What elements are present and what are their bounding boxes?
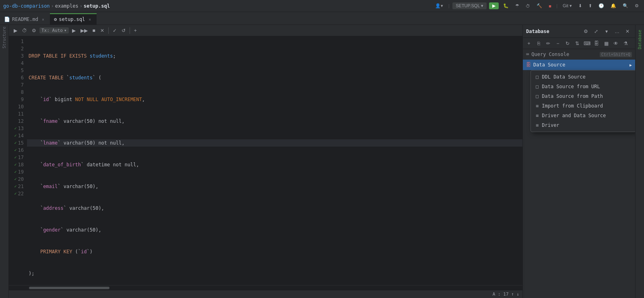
database-vert-tab[interactable]: Database [636,27,643,52]
driver-ds-label: Driver and Data Source [542,113,606,118]
setup-sql-close-button[interactable]: × [87,17,93,22]
tab-readme[interactable]: 📄 README.md × [0,13,50,25]
ds-url-icon: □ [536,84,539,89]
ds-path-label: Data Source from Path [542,93,603,99]
code-line-7: `email` varchar(50), [27,183,522,190]
readme-close-button[interactable]: × [40,17,46,22]
db-edit-btn[interactable]: ✏ [544,39,553,48]
git-button[interactable]: Git ▾ [561,2,574,9]
git-push-button[interactable]: ⬆ [586,2,594,9]
line-num-7: 7 [9,81,24,89]
db-sync-btn[interactable]: ⇅ [573,39,582,48]
cancel-btn[interactable]: ✕ [99,27,106,34]
line-num-6: 6 [9,74,24,81]
position-indicator: A : 17 ↑ ↓ [9,290,522,298]
run-file-btn2[interactable]: ⏱ [21,27,29,34]
run-button[interactable]: ▶ [489,2,499,9]
notifications-button[interactable]: 🔔 [609,2,618,9]
code-line-11: ); [27,270,522,277]
datasource-dropdown: □ DDL Data Source □ Data Source from URL… [530,70,635,132]
user-icon[interactable]: 👤▾ [433,2,445,9]
vertical-tabs: Database [635,25,644,298]
import-clipboard-item[interactable]: ≡ Import from Clipboard [531,101,635,111]
datasource-active-item[interactable]: 🗄 Data Source ▶ [523,60,635,70]
query-console-item[interactable]: ⌨ Query Console Ctrl+Shift+Q [523,49,635,60]
db-view-btn[interactable]: 👁 [611,39,620,48]
tx-selector[interactable]: Tx: Auto ▾ [39,27,69,33]
git-pull-button[interactable]: ⬇ [576,2,584,9]
line-num-3: 3 [9,52,24,60]
debug-button[interactable]: 🐛 [501,2,511,9]
code-line-3: `id` bigint NOT NULL AUTO_INCREMENT, [27,96,522,103]
settings-btn2[interactable]: ⚙ [30,27,38,34]
profile-button[interactable]: ⏱ [524,3,532,9]
history-button[interactable]: 🕐 [597,2,606,9]
db-close-btn[interactable]: ✕ [623,27,632,36]
readme-tab-label: README.md [12,17,38,22]
datasource-arrow: ▶ [630,63,632,67]
ddl-ds-icon: □ [536,74,539,80]
ds-url-label: Data Source from URL [542,84,600,89]
line-num-2: 2 [9,45,24,52]
run-config-selector[interactable]: SETUP.SQL ▾ [452,2,487,9]
ds-from-url-item[interactable]: □ Data Source from URL [531,82,635,91]
db-schema-btn[interactable]: 🗄 [592,39,601,48]
line-num-16: ✓16 [9,147,24,154]
dropdown-items-section: □ DDL Data Source □ Data Source from URL… [531,70,635,132]
db-panel-header: Database ⚙ ⤢ ▾ … ✕ [523,25,635,38]
db-expand-btn[interactable]: ⤢ [592,27,601,36]
line-numbers: 1 2 3 4 5 6 7 8 9 10 11 12 ✓13 ✓14 ✓15 ✓… [9,36,27,285]
tab-bar: 📄 README.md × ⚙ setup.sql × [0,12,644,25]
driver-label: Driver [542,122,559,128]
stop-exec-btn[interactable]: ■ [91,27,97,34]
code-editor[interactable]: 1 2 3 4 5 6 7 8 9 10 11 12 ✓13 ✓14 ✓15 ✓… [9,36,522,285]
db-panel-content: ⌨ Query Console Ctrl+Shift+Q 🗄 Data Sour… [523,49,635,298]
execute-btn[interactable]: ▶ [70,27,77,34]
stop-button[interactable]: ■ [547,3,553,9]
execute-selected-btn[interactable]: ▶▶ [79,27,89,34]
build-button[interactable]: 🔨 [535,2,544,9]
ddl-data-source-item[interactable]: □ DDL Data Source [531,72,635,82]
query-console-label: Query Console [531,52,569,57]
code-content[interactable]: DROP TABLE IF EXISTS students; CREATE TA… [27,36,522,285]
rollback-btn[interactable]: ↺ [120,27,127,34]
ds-from-path-item[interactable]: □ Data Source from Path [531,91,635,101]
db-table-btn[interactable]: ▦ [602,39,611,48]
db-refresh-btn[interactable]: ↻ [563,39,572,48]
db-remove-btn[interactable]: − [553,39,562,48]
line-num-15: ✓15 [9,139,24,147]
coverage-button[interactable]: ☂ [513,2,521,9]
driver-and-ds-item[interactable]: ≡ Driver and Data Source [531,111,635,120]
toolbar-separator [108,27,109,34]
query-console-icon: ⌨ [526,52,529,57]
line-num-5: 5 [9,67,24,74]
driver-item[interactable]: ≡ Driver [531,120,635,130]
run-file-button[interactable]: ▶ [12,27,19,34]
line-num-4: 4 [9,60,24,67]
line-num-13: ✓13 [9,125,24,132]
add-session-btn[interactable]: + [132,27,138,34]
left-sidebar: Structure [0,25,9,298]
db-console-btn[interactable]: ⌨ [582,39,591,48]
structure-tab[interactable]: Structure [2,27,6,48]
db-add-btn[interactable]: + [524,39,533,48]
line-num-22: ✓22 [9,190,24,197]
database-panel: Database ⚙ ⤢ ▾ … ✕ + ⎘ ✏ − ↻ ⇅ ⌨ 🗄 ▦ 👁 ⚗… [522,25,635,298]
position-text: A : 17 ↑ ↓ [493,292,519,297]
line-num-19: ✓19 [9,168,24,176]
tab-setup-sql[interactable]: ⚙ setup.sql × [50,13,97,25]
settings-button[interactable]: ⚙ [633,2,641,9]
query-console-shortcut: Ctrl+Shift+Q [600,52,632,57]
db-copy-btn[interactable]: ⎘ [534,39,543,48]
code-line-10: PRIMARY KEY (`id`) [27,248,522,255]
horizontal-scrollbar[interactable] [9,285,522,290]
editor-toolbar: ▶ ⏱ ⚙ Tx: Auto ▾ ▶ ▶▶ ■ ✕ ✓ ↺ + [9,25,522,36]
search-button[interactable]: 🔍 [621,2,630,9]
db-filter-btn[interactable]: ⚗ [621,39,630,48]
commit-btn[interactable]: ✓ [111,27,118,34]
db-panel-title: Database [526,29,580,34]
db-settings-btn[interactable]: ⚙ [581,27,590,36]
import-cb-label: Import from Clipboard [542,103,603,109]
db-more-btn[interactable]: … [613,27,621,36]
db-collapse-btn[interactable]: ▾ [602,27,611,36]
